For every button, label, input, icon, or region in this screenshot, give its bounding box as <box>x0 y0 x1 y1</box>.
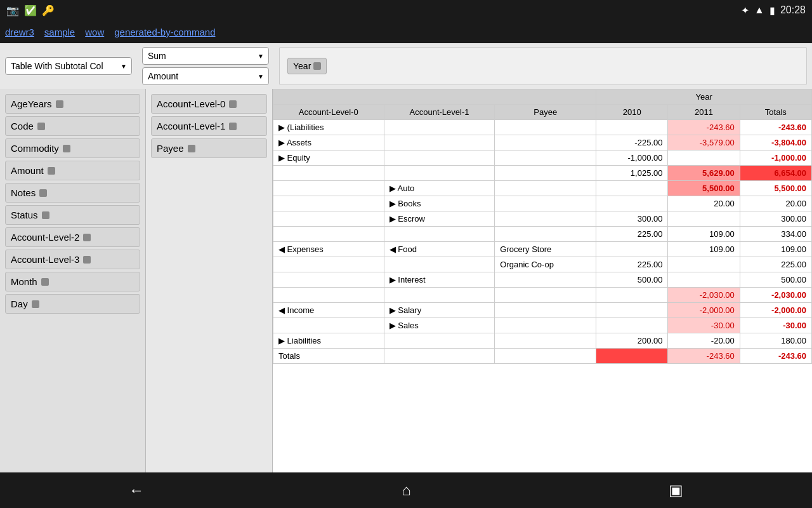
table-cell: ▶ Interest <box>384 272 495 288</box>
link-drewr3[interactable]: drewr3 <box>5 27 34 37</box>
acct2-label: Account-Level-2 <box>11 232 79 243</box>
sidebar-item-acct2[interactable]: Account-Level-2 <box>5 227 140 247</box>
table-cell: 300.00 <box>740 211 811 227</box>
table-cell <box>495 349 596 364</box>
table-cell <box>273 318 384 333</box>
sidebar-item-ageyears[interactable]: AgeYears <box>5 94 140 114</box>
table-cell: ▶ Sales <box>384 318 495 333</box>
sum-select[interactable]: Sum Average Count <box>142 47 269 65</box>
col-acct1-handle <box>229 123 237 130</box>
link-wow[interactable]: wow <box>85 27 104 37</box>
pivot-table: Year Account-Level-0 Account-Level-1 Pay… <box>273 89 812 364</box>
nav-bar: drewr3 sample wow generated-by-command <box>0 20 812 43</box>
sidebar-item-notes[interactable]: Notes <box>5 183 140 203</box>
sidebar-item-month[interactable]: Month <box>5 272 140 291</box>
table-row: ▶ (Liabilities-243.60-243.60 <box>273 120 812 135</box>
table-cell <box>495 333 596 349</box>
col-acct0-label: Account-Level-0 <box>157 98 225 109</box>
sidebar-item-status[interactable]: Status <box>5 205 140 225</box>
table-cell: ▶ Equity <box>273 150 384 166</box>
table-cell: ◀ Food <box>384 242 495 257</box>
notes-handle <box>39 189 47 197</box>
amount-handle <box>48 167 55 175</box>
sidebar-item-acct3[interactable]: Account-Level-3 <box>5 250 140 269</box>
bottom-nav: ← ⌂ ▣ <box>0 472 812 508</box>
table-cell: -2,030.00 <box>668 288 740 303</box>
col-item-acct0[interactable]: Account-Level-0 <box>151 94 267 114</box>
table-cell: -30.00 <box>668 318 740 333</box>
right-controls: Sum Average Count Amount Quantity Price <box>142 47 269 85</box>
sidebar-item-commodity[interactable]: Commodity <box>5 138 140 158</box>
home-button[interactable]: ⌂ <box>389 476 424 504</box>
table-select-wrapper[interactable]: Table With Subtotal Col Table Pivot Tabl… <box>5 57 132 75</box>
th-2011: 2011 <box>668 105 740 120</box>
table-cell <box>668 150 740 166</box>
th-year: Year <box>596 90 812 105</box>
table-cell <box>596 288 668 303</box>
table-cell <box>495 318 596 333</box>
sum-select-wrapper[interactable]: Sum Average Count <box>142 47 269 65</box>
table-cell <box>384 227 495 242</box>
link-sample[interactable]: sample <box>44 27 75 37</box>
amount-select-wrapper[interactable]: Amount Quantity Price <box>142 67 269 85</box>
table-cell <box>273 227 384 242</box>
back-button[interactable]: ← <box>116 476 157 504</box>
table-row: ▶ Equity-1,000.00-1,000.00 <box>273 150 812 166</box>
commodity-label: Commodity <box>11 143 59 154</box>
notes-label: Notes <box>11 187 36 198</box>
table-cell <box>273 181 384 196</box>
recent-button[interactable]: ▣ <box>656 476 696 504</box>
table-cell: ▶ Escrow <box>384 211 495 227</box>
year-chip[interactable]: Year <box>287 58 327 74</box>
table-cell: -3,579.00 <box>668 135 740 150</box>
table-row: Organic Co-op225.00225.00 <box>273 257 812 272</box>
table-cell <box>495 288 596 303</box>
table-cell: Totals <box>273 349 384 364</box>
table-cell <box>384 349 495 364</box>
sidebar-item-day[interactable]: Day <box>5 294 140 314</box>
table-cell: Grocery Store <box>495 242 596 257</box>
th-2010: 2010 <box>596 105 668 120</box>
col-item-payee[interactable]: Payee <box>151 138 267 158</box>
table-cell: 1,025.00 <box>596 166 668 181</box>
table-header-row-2: Account-Level-0 Account-Level-1 Payee 20… <box>273 105 812 120</box>
table-cell: 180.00 <box>740 333 811 349</box>
col-item-acct1[interactable]: Account-Level-1 <box>151 116 267 136</box>
table-cell: 5,500.00 <box>668 181 740 196</box>
th-acct0: Account-Level-0 <box>273 105 384 120</box>
year-chip-handle <box>313 62 321 70</box>
table-cell <box>495 303 596 318</box>
table-row: ▶ Assets-225.00-3,579.00-3,804.00 <box>273 135 812 150</box>
col-acct1-label: Account-Level-1 <box>157 121 225 131</box>
table-row: ◀ Income▶ Salary-2,000.00-2,000.00 <box>273 303 812 318</box>
table-row: ▶ Interest500.00500.00 <box>273 272 812 288</box>
table-area: Year Account-Level-0 Account-Level-1 Pay… <box>273 89 812 472</box>
table-cell <box>273 166 384 181</box>
col-payee-label: Payee <box>157 143 184 154</box>
day-label: Day <box>11 298 28 309</box>
amount-select[interactable]: Amount Quantity Price <box>142 67 269 85</box>
table-cell: 334.00 <box>740 227 811 242</box>
table-cell: ▶ Assets <box>273 135 384 150</box>
table-cell <box>495 150 596 166</box>
sidebar-item-amount[interactable]: Amount <box>5 161 140 180</box>
table-cell: ◀ Income <box>273 303 384 318</box>
table-cell: -243.60 <box>668 120 740 135</box>
table-select[interactable]: Table With Subtotal Col Table Pivot Tabl… <box>5 57 132 75</box>
year-label: Year <box>293 61 311 71</box>
table-type-wrapper: Table With Subtotal Col Table Pivot Tabl… <box>5 57 132 75</box>
table-cell: -3,804.00 <box>740 135 811 150</box>
table-cell <box>273 211 384 227</box>
ageyears-handle <box>56 100 63 108</box>
table-cell <box>596 181 668 196</box>
table-cell: -1,000.00 <box>740 150 811 166</box>
table-cell <box>495 120 596 135</box>
day-handle <box>32 300 39 308</box>
bluetooth-icon: ✦ <box>741 4 749 17</box>
table-cell: -2,000.00 <box>740 303 811 318</box>
table-cell <box>384 135 495 150</box>
table-cell <box>596 120 668 135</box>
table-cell: 225.00 <box>740 257 811 272</box>
link-generated[interactable]: generated-by-command <box>114 27 215 37</box>
sidebar-item-code[interactable]: Code <box>5 116 140 136</box>
